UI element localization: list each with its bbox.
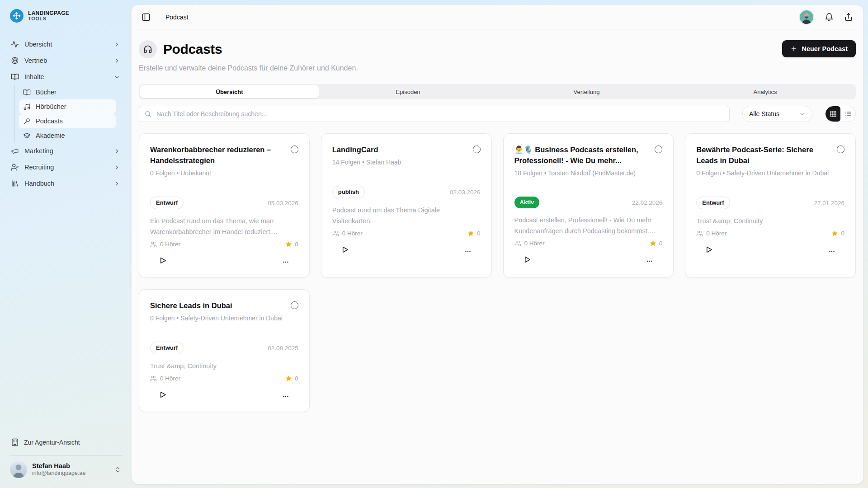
card-meta: 0 Folgen • Safety-Driven Unternehmer in …: [150, 314, 298, 322]
sidebar-item-buecher[interactable]: Bücher: [19, 85, 116, 99]
agency-view-link[interactable]: Zur Agentur-Ansicht: [7, 434, 124, 450]
play-icon[interactable]: [157, 389, 169, 401]
chevron-right-icon: [113, 164, 120, 171]
page-header: Podcasts Erstelle und verwalte deine Pod…: [139, 40, 856, 72]
tab-episoden[interactable]: Episoden: [319, 85, 497, 98]
search-icon: [144, 110, 151, 117]
status-filter-select[interactable]: Alle Status: [742, 106, 812, 122]
chevron-right-icon: [113, 180, 120, 187]
rating-count: 0: [295, 375, 298, 382]
play-icon[interactable]: [521, 253, 533, 266]
list-view-icon[interactable]: [840, 106, 855, 122]
tab-bar: Übersicht Episoden Verteilung Analytics: [139, 84, 856, 99]
library-icon: [11, 179, 19, 188]
listeners-count: 0 Hörer: [342, 230, 363, 237]
user-check-icon: [11, 163, 19, 171]
microphone-icon: [23, 117, 31, 125]
listeners-count: 0 Hörer: [160, 241, 180, 248]
target-icon: [11, 56, 19, 65]
chevron-right-icon: [113, 148, 120, 155]
card-select-checkbox[interactable]: [837, 145, 844, 153]
more-options-icon[interactable]: [644, 254, 656, 266]
sidebar-nav: Übersicht Vertrieb Inhalte Bücher Hörbüc…: [7, 36, 124, 192]
card-select-checkbox[interactable]: [291, 301, 298, 309]
card-meta: 14 Folgen • Stefan Haab: [332, 159, 481, 166]
book-open-icon: [23, 89, 31, 96]
status-badge: Entwurf: [150, 197, 184, 209]
user-menu[interactable]: Stefan Haab info@landingpage.ae: [7, 460, 124, 482]
sidebar-subnav-inhalte: Bücher Hörbücher Podcasts Akademie: [14, 85, 116, 143]
status-badge: publish: [332, 186, 365, 198]
more-options-icon[interactable]: [462, 244, 474, 256]
play-icon[interactable]: [339, 244, 351, 256]
star-icon: [650, 240, 656, 247]
profile-avatar[interactable]: [799, 9, 814, 25]
podcast-card[interactable]: 👨‍💼🎙️ Business Podcasts erstellen, Profe…: [503, 133, 674, 278]
sidebar-toggle-button[interactable]: [142, 13, 151, 22]
play-icon[interactable]: [157, 254, 169, 267]
user-email: info@landingpage.ae: [32, 470, 85, 477]
breadcrumb: Podcast: [165, 14, 189, 21]
podcast-card[interactable]: Warenkorbabbrecher reduzieren – Handelss…: [139, 133, 310, 278]
play-icon[interactable]: [703, 244, 715, 256]
status-badge: Entwurf: [150, 342, 184, 354]
status-badge: Entwurf: [696, 197, 730, 209]
listeners-icon: [514, 240, 521, 247]
card-title: Bewährte Podcast-Serie: Sichere Leads in…: [696, 144, 831, 166]
tab-analytics[interactable]: Analytics: [676, 85, 854, 98]
listeners-count: 0 Hörer: [524, 240, 545, 247]
card-description: Podcast erstellen, Professionell! - Wie …: [514, 215, 663, 236]
card-title: 👨‍💼🎙️ Business Podcasts erstellen, Profe…: [514, 144, 650, 166]
card-description: Ein Podcast rund um das Thema, wie man W…: [150, 216, 298, 237]
filter-row: Alle Status: [139, 106, 856, 122]
page-title: Podcasts: [163, 42, 222, 57]
more-options-icon[interactable]: [280, 389, 292, 401]
more-options-icon[interactable]: [280, 255, 292, 267]
podcast-card[interactable]: Sichere Leads in Dubai 0 Folgen • Safety…: [139, 289, 310, 412]
sidebar-item-recruiting[interactable]: Recruiting: [7, 159, 124, 175]
sidebar-item-uebersicht[interactable]: Übersicht: [7, 36, 124, 52]
page-content: Podcasts Erstelle und verwalte deine Pod…: [132, 29, 863, 484]
card-description: Podcast rund um das Thema Digitale Visit…: [332, 205, 481, 226]
view-mode-toggle: [825, 106, 856, 122]
notifications-bell-icon[interactable]: [825, 13, 834, 22]
brand-logo[interactable]: LANDINGPAGE TOOLS: [7, 9, 124, 23]
sidebar-item-inhalte[interactable]: Inhalte: [7, 69, 124, 85]
listeners-count: 0 Hörer: [706, 230, 726, 237]
new-podcast-button[interactable]: Neuer Podcast: [782, 40, 856, 57]
rating-count: 0: [477, 230, 481, 237]
card-title: Sichere Leads in Dubai: [150, 300, 232, 311]
plus-icon: [790, 45, 797, 52]
sidebar: LANDINGPAGE TOOLS Übersicht Vertrieb Inh…: [0, 0, 131, 488]
tab-uebersicht[interactable]: Übersicht: [140, 85, 319, 98]
podcast-card[interactable]: Bewährte Podcast-Serie: Sichere Leads in…: [685, 133, 856, 278]
podcast-card[interactable]: LandingCard 14 Folgen • Stefan Haab publ…: [321, 133, 492, 278]
tab-verteilung[interactable]: Verteilung: [497, 85, 676, 98]
more-options-icon[interactable]: [826, 244, 838, 256]
card-date: 05.03.2026: [268, 200, 298, 206]
listeners-count: 0 Hörer: [160, 375, 180, 382]
topbar: Podcast: [132, 5, 863, 29]
page-subtitle: Erstelle und verwalte deine Podcasts für…: [139, 64, 358, 72]
main-panel: Podcast Podcasts Erstelle und: [131, 5, 863, 484]
share-icon[interactable]: [844, 13, 853, 22]
listeners-icon: [150, 241, 157, 248]
book-open-icon: [11, 73, 19, 81]
star-icon: [467, 230, 474, 237]
sidebar-item-handbuch[interactable]: Handbuch: [7, 175, 124, 192]
sidebar-item-vertrieb[interactable]: Vertrieb: [7, 52, 124, 69]
sidebar-item-marketing[interactable]: Marketing: [7, 143, 124, 159]
listeners-icon: [332, 230, 339, 237]
sidebar-item-hoerbuecher[interactable]: Hörbücher: [19, 99, 116, 114]
podcast-grid: Warenkorbabbrecher reduzieren – Handelss…: [139, 133, 856, 412]
sidebar-item-podcasts[interactable]: Podcasts: [19, 114, 116, 128]
move-arrows-icon: [10, 9, 24, 23]
card-select-checkbox[interactable]: [291, 145, 298, 153]
sidebar-item-akademie[interactable]: Akademie: [19, 128, 116, 143]
card-title: LandingCard: [332, 144, 378, 155]
card-select-checkbox[interactable]: [655, 145, 662, 153]
card-description: Trust &amp; Continuity: [150, 361, 298, 371]
search-input[interactable]: [139, 106, 730, 122]
grid-view-icon[interactable]: [826, 106, 840, 122]
card-select-checkbox[interactable]: [473, 145, 481, 153]
